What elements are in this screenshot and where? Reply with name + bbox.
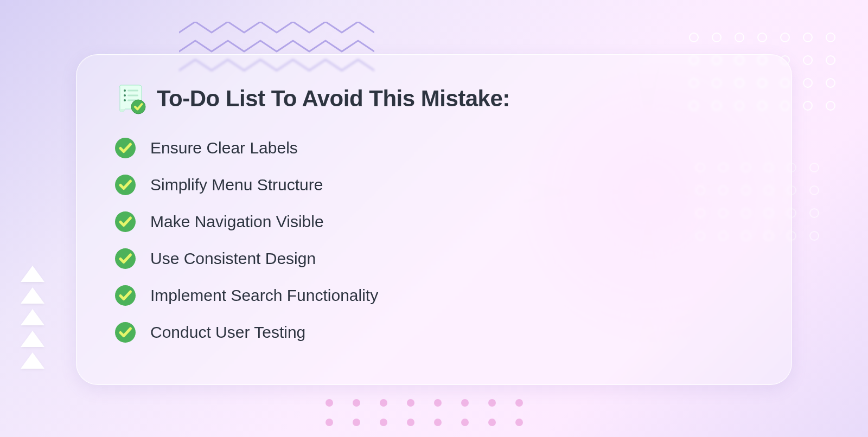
check-icon	[114, 248, 136, 269]
svg-point-0	[124, 89, 126, 92]
list-item-label: Simplify Menu Structure	[150, 176, 323, 194]
check-icon	[114, 174, 136, 196]
list-item: Ensure Clear Labels	[114, 137, 754, 159]
list-item: Simplify Menu Structure	[114, 174, 754, 196]
svg-point-2	[124, 94, 126, 97]
dots-decoration-bottom	[326, 399, 523, 426]
check-icon	[114, 211, 136, 233]
list-item-label: Conduct User Testing	[150, 323, 305, 342]
svg-point-4	[124, 99, 126, 101]
check-icon	[114, 137, 136, 159]
list-item: Conduct User Testing	[114, 322, 754, 343]
svg-rect-1	[127, 90, 138, 92]
list-item: Implement Search Functionality	[114, 285, 754, 306]
svg-rect-3	[127, 95, 138, 97]
slide-canvas: To-Do List To Avoid This Mistake: Ensure…	[0, 0, 868, 437]
list-item-label: Implement Search Functionality	[150, 286, 378, 305]
list-item-label: Make Navigation Visible	[150, 213, 324, 231]
card-title: To-Do List To Avoid This Mistake:	[157, 86, 510, 112]
todo-card: To-Do List To Avoid This Mistake: Ensure…	[76, 54, 792, 385]
list-item: Use Consistent Design	[114, 248, 754, 269]
card-header: To-Do List To Avoid This Mistake:	[114, 82, 754, 115]
check-icon	[114, 322, 136, 343]
checklist-document-icon	[114, 82, 148, 115]
list-item: Make Navigation Visible	[114, 211, 754, 233]
check-icon	[114, 285, 136, 306]
triangles-decoration	[21, 266, 44, 369]
list-item-label: Use Consistent Design	[150, 249, 316, 268]
list-item-label: Ensure Clear Labels	[150, 139, 298, 157]
todo-list: Ensure Clear Labels Simplify Menu Struct…	[114, 137, 754, 343]
